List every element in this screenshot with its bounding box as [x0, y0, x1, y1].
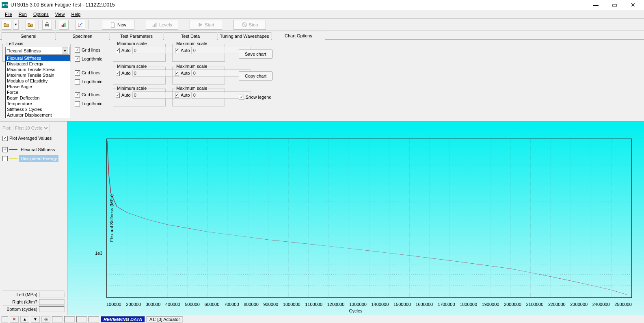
- max-auto-check-2[interactable]: ✓: [175, 71, 179, 76]
- folder-open-icon: [4, 22, 9, 28]
- chart2-button[interactable]: [76, 20, 85, 30]
- copy-chart-button[interactable]: Copy chart: [239, 72, 272, 80]
- logarithmic-check-2[interactable]: [75, 79, 80, 85]
- x-tick: 1900000: [482, 302, 499, 307]
- menu-file[interactable]: File: [2, 11, 15, 17]
- x-tick: 1600000: [415, 302, 433, 307]
- series2-check[interactable]: [2, 156, 8, 161]
- show-legend-label: Show legend: [246, 95, 272, 100]
- menu-options[interactable]: Options: [30, 11, 52, 17]
- max-scale-group-2: Maximum scale ✓Auto: [172, 67, 225, 85]
- series1-label[interactable]: Flexural Stiffness: [19, 146, 56, 153]
- dropdown-item[interactable]: Temperature: [6, 101, 70, 106]
- x-tick: 400000: [165, 302, 180, 307]
- chart1-button[interactable]: [59, 20, 69, 30]
- plot-averaged-check[interactable]: ✓: [2, 136, 8, 141]
- series1-line-icon: [9, 149, 17, 150]
- dropdown-item[interactable]: Maximum Tensile Strain: [6, 72, 70, 78]
- dropdown-item[interactable]: Phase Angle: [6, 84, 70, 89]
- series2-label[interactable]: Dissipated Energy: [19, 155, 58, 162]
- tab-specimen[interactable]: Specimen: [56, 32, 109, 40]
- x-tick: 800000: [244, 302, 259, 307]
- levels-button[interactable]: Levels: [146, 20, 178, 30]
- status-cell-empty1: [2, 316, 8, 323]
- x-tick: 200000: [126, 302, 141, 307]
- x-tick: 600000: [205, 302, 220, 307]
- status-target-icon[interactable]: ◎: [41, 316, 50, 323]
- chart-options-panel: Left axis Flexural Stiffness ▼ Flexural …: [0, 40, 644, 121]
- min-auto-check-2[interactable]: ✓: [116, 71, 120, 76]
- dropdown-item[interactable]: Beam Deflection: [6, 95, 70, 101]
- gridlines-check-3[interactable]: ✓: [75, 92, 80, 98]
- svg-rect-11: [156, 22, 157, 27]
- chart-bars-icon: [61, 22, 67, 28]
- plot-select[interactable]: First 10 Cycles: [13, 124, 50, 132]
- statusbar: ✕ ▲ ▼ ◎ REVIEWING DATA A1: [0] Actuator: [0, 315, 644, 323]
- save-chart-button[interactable]: Save chart: [239, 50, 272, 59]
- stop-button[interactable]: Stop: [233, 20, 266, 30]
- plot-label: Plot:: [2, 126, 11, 130]
- min-auto-check-3[interactable]: ✓: [116, 93, 120, 98]
- menu-help[interactable]: Help: [68, 11, 84, 17]
- svg-rect-1: [46, 22, 48, 24]
- maximize-button[interactable]: ▭: [605, 0, 624, 10]
- minimize-button[interactable]: —: [586, 0, 605, 10]
- x-tick: 1000000: [283, 302, 300, 307]
- dropdown-item[interactable]: Actuator Displacement: [6, 112, 70, 118]
- max-auto-check-3[interactable]: ✓: [175, 93, 179, 98]
- new-doc-icon: [110, 22, 116, 28]
- max-auto-check-1[interactable]: ✓: [175, 48, 179, 53]
- open-dropdown-arrow[interactable]: ▼: [13, 20, 19, 30]
- app-icon: UTS: [2, 2, 8, 8]
- gridlines-check-2[interactable]: ✓: [75, 70, 80, 76]
- x-tick: 300000: [146, 302, 161, 307]
- left-axis-dropdown[interactable]: Flexural Stiffness ▼ Flexural StiffnessD…: [5, 47, 69, 55]
- left-panel: Plot: First 10 Cycles ✓ Plot Averaged Va…: [0, 121, 67, 315]
- x-tick: 1200000: [327, 302, 345, 307]
- logarithmic-check-3[interactable]: [75, 101, 80, 106]
- x-tick: 100000: [106, 302, 121, 307]
- gridlines-check-1[interactable]: ✓: [75, 48, 80, 53]
- left-axis-group: Left axis Flexural Stiffness ▼ Flexural …: [2, 44, 71, 62]
- bottom-cycles-value: [39, 306, 65, 312]
- dropdown-arrow-icon: ▼: [62, 48, 68, 54]
- logarithmic-check-1[interactable]: ✓: [75, 56, 80, 62]
- dropdown-item[interactable]: Maximum Tensile Stress: [6, 67, 70, 72]
- min-auto-check-1[interactable]: ✓: [116, 48, 120, 53]
- status-up-icon[interactable]: ▲: [20, 316, 29, 323]
- status-actuator: A1: [0] Actuator: [147, 316, 183, 323]
- print-button[interactable]: [42, 20, 52, 30]
- x-tick: 2400000: [592, 302, 610, 307]
- dropdown-item[interactable]: Stiffness x Cycles: [6, 106, 70, 112]
- svg-rect-10: [154, 24, 155, 27]
- tab-general[interactable]: General: [2, 32, 55, 40]
- x-tick: 900000: [264, 302, 279, 307]
- menu-run[interactable]: Run: [15, 11, 30, 17]
- dropdown-item[interactable]: Force: [6, 89, 70, 95]
- tab-test-parameters[interactable]: Test Parameters: [110, 32, 163, 40]
- chart-scatter-icon: [78, 22, 83, 28]
- dropdown-item[interactable]: Flexural Stiffness: [6, 55, 70, 61]
- titlebar: UTS UTS015 3.00 Beam Fatigue Test - 1112…: [0, 0, 644, 10]
- chart-area[interactable]: Flexural Stiffness (MPa) 1e3 10000020000…: [67, 121, 644, 315]
- show-legend-check[interactable]: ✓: [239, 95, 244, 100]
- tab-tuning[interactable]: Tuning and Waveshapes: [218, 32, 271, 40]
- new-button[interactable]: New: [102, 20, 134, 30]
- start-button[interactable]: Start: [190, 20, 222, 30]
- svg-point-7: [80, 24, 81, 25]
- close-button[interactable]: ✕: [624, 0, 642, 10]
- folder-arrow-icon: [28, 22, 33, 28]
- series1-check[interactable]: ✓: [2, 147, 8, 152]
- tab-test-data[interactable]: Test Data: [164, 32, 217, 40]
- menu-view[interactable]: View: [52, 11, 68, 17]
- open-button[interactable]: [2, 20, 11, 30]
- status-close-icon[interactable]: ✕: [10, 316, 19, 323]
- import-button[interactable]: [26, 20, 35, 30]
- x-tick: 2500000: [614, 302, 632, 307]
- dropdown-item[interactable]: Modulus of Elasticity: [6, 78, 70, 84]
- dropdown-item[interactable]: Dissipated Energy: [6, 61, 70, 67]
- series2-line-icon: [9, 158, 17, 159]
- tab-chart-options[interactable]: Chart Options: [272, 32, 325, 40]
- status-down-icon[interactable]: ▼: [31, 316, 40, 323]
- x-tick: 1100000: [305, 302, 322, 307]
